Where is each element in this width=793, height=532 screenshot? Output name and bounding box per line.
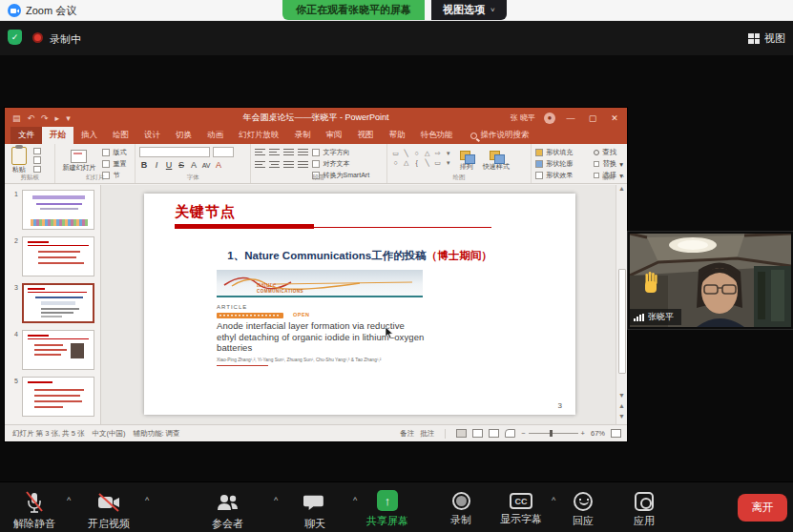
tab-insert[interactable]: 插入 — [73, 127, 105, 144]
slideshow-icon[interactable]: ▸ — [55, 113, 60, 123]
tell-me-search[interactable]: 操作说明搜索 — [465, 127, 535, 144]
tab-features[interactable]: 特色功能 — [413, 127, 461, 144]
apps-button[interactable]: 应用 — [634, 490, 655, 528]
strikethrough-button[interactable]: S — [177, 160, 186, 170]
shape-outline-button[interactable]: 形状轮廓 — [535, 159, 573, 169]
fit-slide-button[interactable] — [611, 429, 621, 438]
start-video-button[interactable]: 开启视频 — [88, 491, 130, 531]
font-name-combobox[interactable] — [139, 147, 210, 157]
paste-button[interactable]: 粘贴 — [9, 147, 30, 173]
collapse-ribbon-icon[interactable]: ^ — [620, 173, 624, 181]
unmute-options-chevron[interactable]: ^ — [67, 496, 71, 505]
format-painter-icon[interactable] — [33, 166, 41, 173]
slide-thumbnail-2[interactable] — [22, 236, 94, 276]
character-spacing-button[interactable]: AV — [201, 162, 211, 169]
participants-button[interactable]: 参会者 — [212, 491, 243, 531]
slide-sorter-view-button[interactable] — [472, 429, 483, 438]
underline-button[interactable]: U — [164, 160, 174, 170]
slide-thumbnail-3-selected[interactable] — [22, 283, 94, 323]
shape-effects-button[interactable]: 形状效果 — [535, 171, 573, 180]
italic-button[interactable]: I — [152, 160, 161, 170]
tab-help[interactable]: 帮助 — [382, 127, 413, 144]
close-button[interactable]: ✕ — [608, 113, 621, 123]
tab-animations[interactable]: 动画 — [199, 127, 231, 144]
accessibility-status[interactable]: 辅助功能: 调查 — [133, 429, 179, 439]
view-layout-button[interactable]: 视图 — [748, 31, 785, 46]
quick-access-toolbar[interactable]: ▤ ↶ ↷ ▸ ▾ — [12, 113, 71, 123]
cut-icon[interactable] — [33, 148, 41, 154]
restore-button[interactable]: ▢ — [586, 113, 599, 123]
leave-meeting-button[interactable]: 离开 — [738, 494, 787, 522]
zoom-percentage[interactable]: 67% — [591, 429, 605, 438]
redo-icon[interactable]: ↷ — [41, 113, 49, 123]
replace-button[interactable]: 替换▾ — [594, 159, 623, 169]
comments-toggle[interactable]: 批注 — [420, 429, 434, 439]
slide-thumbnail-panel[interactable]: 1 2 — [5, 185, 101, 424]
chat-options-chevron[interactable]: ^ — [353, 496, 357, 505]
quick-styles-button[interactable]: 快速样式 — [480, 147, 512, 173]
normal-view-button[interactable] — [456, 429, 467, 438]
scrollbar-thumb[interactable] — [618, 269, 626, 374]
tab-design[interactable]: 设计 — [136, 127, 168, 144]
notes-toggle[interactable]: 备注 — [400, 429, 414, 439]
clipboard-small-buttons[interactable] — [33, 147, 41, 173]
captions-button[interactable]: CC 显示字幕 — [500, 490, 542, 526]
captions-options-chevron[interactable]: ^ — [552, 496, 555, 505]
encryption-shield-icon[interactable]: ✓ — [8, 30, 22, 45]
next-slide-icon[interactable]: ▼ — [618, 413, 625, 422]
view-options-button[interactable]: 视图选项 ˅ — [431, 0, 507, 20]
font-size-combobox[interactable] — [213, 147, 234, 157]
zoom-slider[interactable]: − + — [521, 429, 585, 438]
tab-file[interactable]: 文件 — [10, 127, 42, 144]
vertical-scrollbar[interactable]: ▲ ▼ ▲ ▼ — [616, 185, 627, 424]
arrange-button[interactable]: 排列 — [457, 147, 476, 173]
numbering-button[interactable] — [269, 148, 280, 156]
minimize-button[interactable]: — — [564, 113, 577, 123]
slide-title[interactable]: 关键节点 — [175, 203, 236, 221]
copy-icon[interactable] — [33, 156, 41, 163]
avatar[interactable]: ● — [544, 113, 555, 124]
layout-button[interactable]: 版式 — [102, 148, 126, 157]
current-slide-canvas[interactable]: 关键节点 1、Nature Communications工作的投稿（博士期间） … — [144, 194, 575, 415]
shape-gallery[interactable]: ▭ ╲ ○ △ ⇨ ▾ ○ △ { ╲ ▭ ▾ — [391, 147, 453, 173]
tab-draw[interactable]: 绘图 — [105, 127, 136, 144]
previous-slide-icon[interactable]: ▲ — [618, 402, 625, 412]
zoom-slider-thumb[interactable] — [550, 430, 553, 437]
tab-transitions[interactable]: 切换 — [168, 127, 199, 144]
slideshow-view-button[interactable] — [505, 429, 515, 438]
tab-record[interactable]: 录制 — [287, 127, 319, 144]
font-color-button[interactable]: A — [214, 160, 223, 170]
nature-communications-banner[interactable]: nature COMMUNICATIONS — [217, 270, 423, 297]
undo-icon[interactable]: ↶ — [28, 113, 35, 123]
share-screen-button[interactable]: ↑ 共享屏幕 — [366, 490, 408, 528]
reading-view-button[interactable] — [489, 429, 499, 438]
tab-home[interactable]: 开始 — [42, 127, 73, 144]
scroll-up-icon[interactable]: ▲ — [618, 185, 625, 194]
zoom-in-icon[interactable]: + — [581, 429, 585, 438]
ppt-title-bar[interactable]: ▤ ↶ ↷ ▸ ▾ 年会圆桌论坛——张晓平 - PowerPoint 张 晓平 … — [5, 108, 627, 128]
reset-button[interactable]: 重置 — [102, 159, 126, 169]
qat-dropdown-icon[interactable]: ▾ — [66, 113, 71, 123]
tab-slideshow[interactable]: 幻灯片放映 — [231, 127, 287, 144]
shape-fill-button[interactable]: 形状填充 — [535, 148, 573, 157]
justify-button[interactable] — [298, 160, 308, 169]
text-direction-button[interactable]: 文字方向 — [312, 148, 369, 157]
slide-thumbnail-5[interactable] — [22, 377, 94, 417]
video-options-chevron[interactable]: ^ — [145, 496, 149, 505]
tab-view[interactable]: 视图 — [350, 127, 382, 144]
zoom-out-icon[interactable]: − — [521, 429, 525, 438]
record-button[interactable]: 录制 — [450, 490, 471, 527]
bold-button[interactable]: B — [139, 160, 149, 170]
bullets-button[interactable] — [255, 148, 265, 156]
tab-review[interactable]: 审阅 — [319, 127, 350, 144]
participant-video-tile[interactable]: 张晓平 — [628, 232, 793, 329]
align-right-button[interactable] — [283, 160, 294, 169]
account-name[interactable]: 张 晓平 — [511, 113, 535, 123]
unmute-button[interactable]: 解除静音 — [13, 491, 55, 531]
slide-heading[interactable]: 1、Nature Communications工作的投稿（博士期间） — [144, 249, 575, 263]
scroll-down-icon[interactable]: ▼ — [618, 392, 625, 401]
slide-thumbnail-1[interactable] — [22, 190, 94, 230]
save-icon[interactable]: ▤ — [12, 113, 21, 123]
reactions-button[interactable]: 回应 — [573, 490, 594, 528]
align-left-button[interactable] — [255, 160, 265, 169]
